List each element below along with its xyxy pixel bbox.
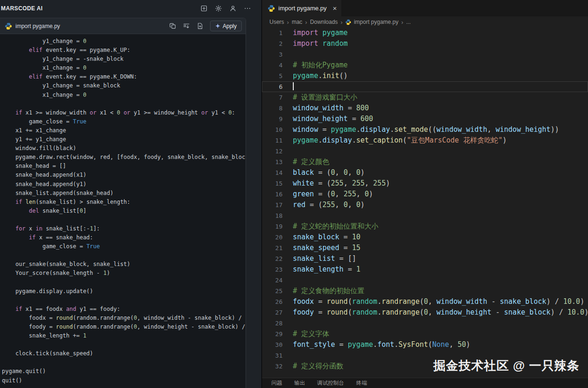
code-text — [283, 350, 293, 361]
code-line[interactable]: 21snake_speed = 15 — [262, 243, 588, 253]
code-text: foody = round(random.randrange(0, window… — [2, 323, 245, 330]
code-line[interactable]: 31 — [262, 350, 588, 361]
code-text: snake_head.append(y1) — [2, 181, 87, 187]
code-line[interactable]: 26foodx = round(random.randrange(0, wind… — [262, 296, 588, 307]
line-number: 17 — [262, 200, 283, 210]
line-number: 14 — [262, 167, 283, 178]
code-line[interactable]: 1import pygame — [262, 28, 588, 38]
line-number: 13 — [262, 157, 283, 167]
code-line[interactable]: 3 — [262, 49, 588, 60]
apply-button-label: Apply — [223, 23, 237, 29]
code-line[interactable]: 5pygame.init() — [262, 71, 588, 81]
line-number: 10 — [262, 124, 283, 135]
close-icon[interactable]: × — [333, 5, 337, 12]
panel-tab[interactable]: 问题 — [271, 380, 282, 387]
code-line[interactable]: 12 — [262, 146, 588, 157]
snippet-line — [0, 216, 246, 224]
code-text: pygame.draw.rect(window, red, [foodx, fo… — [2, 154, 245, 160]
code-line[interactable]: 16green = (0, 255, 0) — [262, 189, 588, 200]
breadcrumb-label: mac — [292, 19, 303, 25]
snippet-line: our_snake(snake_block, snake_list) — [0, 260, 246, 269]
code-text: # 定义蛇的初始位置和大小 — [283, 221, 378, 232]
code-line[interactable]: 29# 定义字体 — [262, 329, 588, 339]
more-icon[interactable] — [244, 5, 251, 12]
code-text: foodx = round(random.randrange(0, window… — [2, 315, 242, 321]
line-number: 20 — [262, 232, 283, 243]
breadcrumb-item[interactable]: import pygame.py — [345, 19, 398, 25]
code-text — [283, 210, 293, 221]
code-text: window = pygame.display.set_mode((window… — [283, 124, 559, 135]
code-line[interactable]: 19# 定义蛇的初始位置和大小 — [262, 221, 588, 232]
code-text: for x in snake_list[:-1]: — [2, 225, 100, 232]
panel-tab[interactable]: 调试控制台 — [317, 380, 344, 387]
code-line[interactable]: 24 — [262, 275, 588, 286]
snippet-line — [0, 278, 246, 287]
code-line[interactable]: 13# 定义颜色 — [262, 157, 588, 167]
code-line[interactable]: 10window = pygame.display.set_mode((wind… — [262, 124, 588, 135]
code-line[interactable]: 30font_style = pygame.font.SysFont(None,… — [262, 339, 588, 350]
snippet-line: pygame.draw.rect(window, red, [foodx, fo… — [0, 153, 246, 162]
code-text: black = (0, 0, 0) — [283, 167, 365, 178]
code-line[interactable]: 14black = (0, 0, 0) — [262, 167, 588, 178]
code-text: # 定义得分函数 — [283, 361, 343, 372]
code-line[interactable]: 11pygame.display.set_caption("豆包MarsCode… — [262, 135, 588, 146]
code-line[interactable]: 6 — [262, 81, 588, 92]
code-text: pygame.init() — [283, 71, 348, 81]
code-line[interactable]: 18 — [262, 210, 588, 221]
snippet-line: del snake_list[0] — [0, 207, 246, 216]
code-line[interactable]: 20snake_block = 10 — [262, 232, 588, 243]
copy-icon[interactable] — [169, 22, 177, 30]
code-line[interactable]: 9window_height = 600 — [262, 114, 588, 124]
code-text: red = (255, 0, 0) — [283, 200, 365, 210]
account-icon[interactable] — [229, 5, 237, 12]
line-number: 2 — [262, 38, 283, 49]
insert-code-icon[interactable] — [183, 22, 190, 30]
panel-tab[interactable]: 输出 — [294, 380, 305, 387]
line-number: 32 — [262, 361, 283, 372]
snippet-line — [0, 296, 246, 305]
code-text — [283, 146, 293, 157]
code-editor[interactable]: 1import pygame2import random34# 初始化Pygam… — [262, 28, 588, 378]
snippet-filename: import pygame.py — [15, 23, 60, 29]
code-line[interactable]: 4# 初始化Pygame — [262, 60, 588, 71]
code-line[interactable]: 27foody = round(random.randrange(0, wind… — [262, 307, 588, 318]
new-file-icon[interactable] — [196, 22, 204, 30]
breadcrumb-label: Downloads — [310, 19, 338, 25]
snippet-line: foody = round(random.randrange(0, window… — [0, 323, 246, 331]
code-line[interactable]: 8window_width = 800 — [262, 103, 588, 114]
breadcrumb-item[interactable]: Users — [269, 19, 284, 25]
code-line[interactable]: 23snake_length = 1 — [262, 264, 588, 275]
apply-button[interactable]: Apply — [210, 21, 242, 31]
panel-tab[interactable]: 终端 — [356, 380, 367, 387]
snippet-code[interactable]: y1_change = 0 elif event.key == pygame.K… — [0, 34, 246, 388]
code-line[interactable]: 7# 设置游戏窗口大小 — [262, 92, 588, 103]
snippet-line: if x1 >= window_width or x1 < 0 or y1 >=… — [0, 108, 246, 117]
tab-import-pygame[interactable]: import pygame.py × — [262, 0, 342, 16]
line-number: 12 — [262, 146, 283, 157]
code-line[interactable]: 22snake_list = [] — [262, 253, 588, 264]
breadcrumb-item[interactable]: mac — [292, 19, 303, 25]
line-number: 29 — [262, 329, 283, 339]
python-icon — [345, 19, 351, 25]
code-line[interactable]: 17red = (255, 0, 0) — [262, 200, 588, 210]
breadcrumb-label: ... — [406, 19, 411, 25]
code-line[interactable]: 25# 定义食物的初始位置 — [262, 286, 588, 296]
snippet-line: snake_length += 1 — [0, 331, 246, 340]
code-line[interactable]: 28 — [262, 318, 588, 329]
code-line[interactable]: 2import random — [262, 38, 588, 49]
snippet-line: y1_change = snake_block — [0, 81, 246, 90]
code-line[interactable]: 32# 定义得分函数 — [262, 361, 588, 372]
new-chat-icon[interactable] — [200, 5, 208, 12]
breadcrumb-item[interactable]: ... — [406, 19, 411, 25]
breadcrumb-label: Users — [269, 19, 284, 25]
line-number: 30 — [262, 339, 283, 350]
settings-icon[interactable] — [215, 5, 222, 12]
code-text: foodx = round(random.randrange(0, window… — [283, 296, 584, 307]
code-text — [283, 318, 293, 329]
breadcrumb-item[interactable]: Downloads — [310, 19, 338, 25]
code-text — [283, 49, 293, 60]
code-text: window_width = 800 — [283, 103, 369, 114]
code-text: quit() — [2, 377, 22, 384]
code-line[interactable]: 15white = (255, 255, 255) — [262, 178, 588, 189]
snippet-line: if x1 == foodx and y1 == foody: — [0, 305, 246, 314]
